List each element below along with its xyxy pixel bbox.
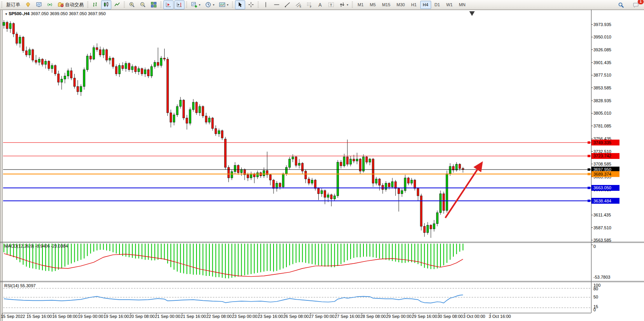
templates-button[interactable]: ▾ <box>217 0 230 9</box>
time-axis-label: 29 Sep 00:00 <box>386 314 411 319</box>
svg-text:F: F <box>310 5 312 8</box>
fibonacci-button[interactable]: F <box>304 0 314 9</box>
line-handle[interactable] <box>588 173 590 175</box>
candle <box>32 50 34 60</box>
candle <box>96 47 98 49</box>
candle <box>318 188 319 194</box>
candle <box>218 131 220 134</box>
line-chart-button[interactable] <box>112 0 122 9</box>
strategy-tester-button[interactable] <box>34 0 44 9</box>
candle <box>311 180 313 183</box>
timeframe-mn-button[interactable]: MN <box>456 1 468 9</box>
timeframe-d1-button[interactable]: D1 <box>432 1 443 9</box>
timeframe-h1-button[interactable]: H1 <box>408 1 419 9</box>
candle <box>321 190 323 194</box>
bar-chart-button[interactable] <box>90 0 100 9</box>
toolbar-group-grip <box>124 2 125 8</box>
vertical-line-button[interactable] <box>261 0 271 9</box>
price-axis-tick-label: 3781.085 <box>593 124 611 128</box>
timeframe-h4-button[interactable]: H4 <box>420 1 431 9</box>
candle <box>337 162 339 196</box>
price-line-badge-label: 3689.374 <box>593 172 611 176</box>
candle <box>16 34 18 43</box>
candle <box>67 71 69 76</box>
time-axis-label: 19 Sep 00:00 <box>78 314 103 319</box>
line-handle[interactable] <box>588 200 590 202</box>
line-handle[interactable] <box>588 168 590 171</box>
signals-button[interactable] <box>45 0 55 9</box>
dropdown-caret-icon[interactable]: ▾ <box>213 3 214 7</box>
candle <box>48 61 50 69</box>
crosshair-button[interactable] <box>246 0 256 9</box>
candle <box>38 59 40 62</box>
line-handle[interactable] <box>588 141 590 144</box>
autotrading-button[interactable]: 自动交易 <box>56 0 86 9</box>
timeframe-m15-button[interactable]: M15 <box>379 1 393 9</box>
trend-icon <box>284 2 291 8</box>
dropdown-caret-icon[interactable]: ▾ <box>347 3 348 7</box>
chart-area[interactable]: 3973.9353950.0103926.0853901.4353877.510… <box>0 0 644 321</box>
timeframe-m30-button[interactable]: M30 <box>394 1 407 9</box>
zoom-out-button[interactable] <box>138 0 148 9</box>
toolbar-group-grip <box>160 2 161 8</box>
time-axis-label: 27 Sep 16:00 <box>335 314 360 319</box>
zoom-in-button[interactable] <box>127 0 137 9</box>
timeframe-w1-button[interactable]: W1 <box>444 1 456 9</box>
chart-shift-button[interactable] <box>174 0 184 9</box>
dropdown-caret-icon[interactable]: ▾ <box>199 3 200 7</box>
candles-icon <box>103 2 109 8</box>
tile-windows-button[interactable] <box>149 0 159 9</box>
candle <box>292 157 294 159</box>
timeframe-m1-button[interactable]: M1 <box>355 1 366 9</box>
candle <box>186 118 188 124</box>
text-button[interactable]: A <box>315 0 325 9</box>
candle <box>189 110 191 123</box>
rsi-line <box>4 295 463 303</box>
bars-icon <box>92 2 98 8</box>
toolbar-group-grip <box>352 2 353 8</box>
candle <box>414 180 416 188</box>
svg-text:T: T <box>330 3 332 7</box>
time-axis-label: 16 Sep 08:00 <box>52 314 77 319</box>
candle <box>398 188 400 194</box>
candle <box>160 58 162 65</box>
toolbar-group-grip <box>232 2 233 8</box>
line-handle[interactable] <box>588 187 590 189</box>
chart-shift-marker-icon[interactable] <box>469 11 475 16</box>
candle <box>176 106 178 115</box>
price-axis-tick-label: 3805.010 <box>593 111 611 115</box>
dropdown-caret-icon[interactable]: ▾ <box>227 3 228 7</box>
trendline-button[interactable] <box>283 0 293 9</box>
candle <box>350 159 352 164</box>
candle <box>411 180 412 183</box>
rsi-indicator-label: RSI(14) 55.3097 <box>4 283 36 288</box>
chart-menu-icon[interactable]: ▼ <box>5 12 9 16</box>
candle <box>369 159 371 162</box>
timeframe-m5-button[interactable]: M5 <box>367 1 378 9</box>
arrows-button[interactable]: ▾ <box>337 0 350 9</box>
candle <box>83 70 85 86</box>
market-button[interactable] <box>23 0 33 9</box>
text-label-button[interactable]: T <box>326 0 336 9</box>
candle <box>163 58 165 59</box>
candle <box>51 65 53 68</box>
candle <box>144 70 146 74</box>
line-handle[interactable] <box>588 155 590 157</box>
candle <box>119 65 121 74</box>
cursor-button[interactable] <box>235 0 245 9</box>
periods-button[interactable]: ▾ <box>203 0 216 9</box>
new-chart-button[interactable]: ▾ <box>189 0 202 9</box>
candle <box>395 181 397 188</box>
search-button[interactable] <box>616 0 626 9</box>
macd-indicator-label: MACD(12,26,9) -8.9406 -23.0384 <box>4 244 68 248</box>
horizontal-line-button[interactable] <box>272 0 282 9</box>
equidistant-channel-button[interactable]: E <box>293 0 304 9</box>
notification-count-badge: 1 <box>638 0 644 4</box>
auto-scroll-button[interactable] <box>163 0 174 9</box>
candle <box>132 66 133 70</box>
chartplay-icon <box>165 2 172 8</box>
candle <box>80 87 82 92</box>
new-order-button[interactable]: 新订单 <box>4 0 22 9</box>
candlestick-chart-button[interactable] <box>101 0 111 9</box>
notifications-button[interactable]: 1 <box>631 0 641 9</box>
